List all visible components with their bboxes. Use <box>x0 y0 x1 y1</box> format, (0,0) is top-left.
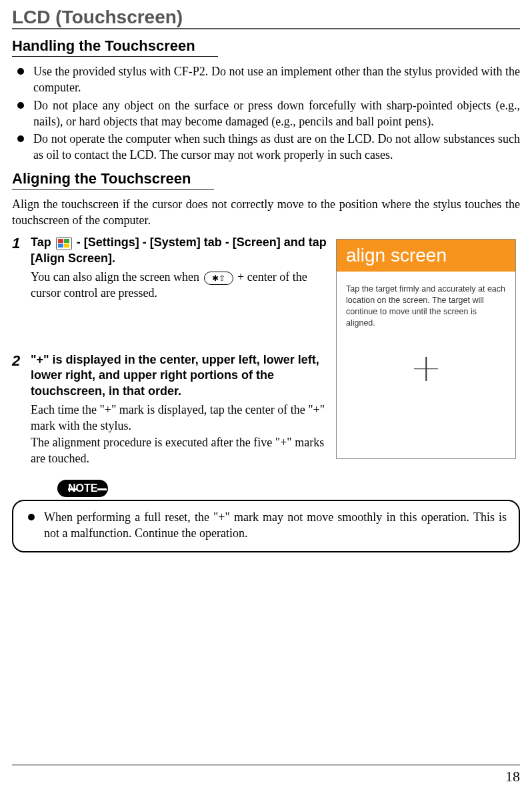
svg-rect-3 <box>64 244 69 248</box>
windows-start-icon <box>56 237 72 250</box>
section-heading-handling: Handling the Touchscreen <box>12 37 218 57</box>
note-box: NOTE When performing a full reset, the "… <box>12 500 520 552</box>
step-number: 1 <box>12 235 25 301</box>
list-item: Use the provided stylus with CF-P2. Do n… <box>16 63 520 96</box>
svg-rect-2 <box>58 244 63 248</box>
align-screen-panel: align screen Tap the target firmly and a… <box>336 239 516 459</box>
step-number: 2 <box>12 352 25 466</box>
section-heading-aligning: Aligning the Touchscreen <box>12 170 214 189</box>
list-item: When performing a full reset, the "+" ma… <box>27 509 507 542</box>
handling-bullet-list: Use the provided stylus with CF-P2. Do n… <box>12 63 520 163</box>
list-item: Do not operate the computer when such th… <box>16 131 520 163</box>
step-title: "+" is displayed in the center, upper le… <box>31 352 327 399</box>
svg-rect-1 <box>64 239 69 243</box>
intro-paragraph: Align the touchscreen if the cursor does… <box>12 196 520 229</box>
note-label: NOTE <box>57 480 108 497</box>
crosshair-target-icon <box>414 357 438 381</box>
step-body-text: You can also align the screen when ✱⇧ + … <box>31 269 327 302</box>
page-number: 18 <box>505 768 520 785</box>
step-title: Tap - [Settings] - [System] tab - [Scree… <box>31 235 327 266</box>
align-screen-title: align screen <box>337 240 515 272</box>
step-body-text: Each time the "+" mark is displayed, tap… <box>31 402 327 466</box>
align-screen-instructions: Tap the target firmly and accurately at … <box>346 284 506 329</box>
page-title: LCD (Touchscreen) <box>12 7 187 28</box>
list-item: Do not place any object on the surface o… <box>16 97 520 130</box>
step-2: 2 "+" is displayed in the center, upper … <box>12 352 327 466</box>
svg-rect-0 <box>58 239 63 243</box>
step-1: 1 Tap - [Settings] - [System] tab - [Scr… <box>12 235 327 301</box>
asterisk-shift-key-icon: ✱⇧ <box>204 272 233 285</box>
page-footer: 18 <box>12 765 520 785</box>
